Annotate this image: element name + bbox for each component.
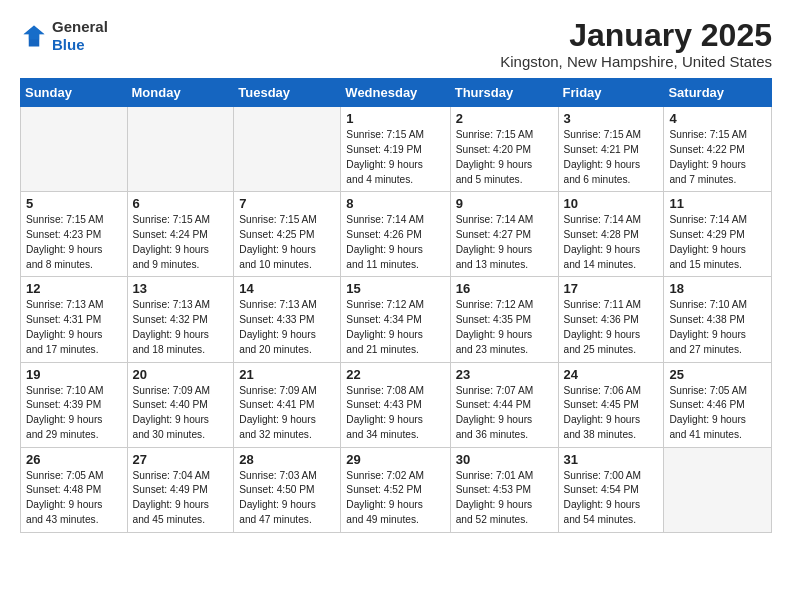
day-number: 22 [346, 367, 444, 382]
calendar-cell: 3Sunrise: 7:15 AMSunset: 4:21 PMDaylight… [558, 107, 664, 192]
day-number: 18 [669, 281, 766, 296]
calendar-cell: 8Sunrise: 7:14 AMSunset: 4:26 PMDaylight… [341, 192, 450, 277]
calendar-table: SundayMondayTuesdayWednesdayThursdayFrid… [20, 78, 772, 533]
calendar-week-row: 5Sunrise: 7:15 AMSunset: 4:23 PMDaylight… [21, 192, 772, 277]
day-info: Sunrise: 7:09 AMSunset: 4:40 PMDaylight:… [133, 384, 229, 443]
day-info: Sunrise: 7:15 AMSunset: 4:23 PMDaylight:… [26, 213, 122, 272]
calendar-cell: 1Sunrise: 7:15 AMSunset: 4:19 PMDaylight… [341, 107, 450, 192]
logo-icon [20, 22, 48, 50]
day-number: 25 [669, 367, 766, 382]
calendar-cell: 20Sunrise: 7:09 AMSunset: 4:40 PMDayligh… [127, 362, 234, 447]
calendar-cell: 18Sunrise: 7:10 AMSunset: 4:38 PMDayligh… [664, 277, 772, 362]
calendar-page: General Blue January 2025 Kingston, New … [0, 0, 792, 543]
svg-marker-1 [24, 26, 45, 40]
day-info: Sunrise: 7:14 AMSunset: 4:28 PMDaylight:… [564, 213, 659, 272]
day-info: Sunrise: 7:05 AMSunset: 4:48 PMDaylight:… [26, 469, 122, 528]
day-number: 24 [564, 367, 659, 382]
day-number: 30 [456, 452, 553, 467]
calendar-cell: 10Sunrise: 7:14 AMSunset: 4:28 PMDayligh… [558, 192, 664, 277]
calendar-cell: 22Sunrise: 7:08 AMSunset: 4:43 PMDayligh… [341, 362, 450, 447]
weekday-header: Saturday [664, 79, 772, 107]
day-number: 16 [456, 281, 553, 296]
weekday-header-row: SundayMondayTuesdayWednesdayThursdayFrid… [21, 79, 772, 107]
calendar-cell: 24Sunrise: 7:06 AMSunset: 4:45 PMDayligh… [558, 362, 664, 447]
day-number: 12 [26, 281, 122, 296]
calendar-cell: 15Sunrise: 7:12 AMSunset: 4:34 PMDayligh… [341, 277, 450, 362]
weekday-header: Sunday [21, 79, 128, 107]
day-number: 23 [456, 367, 553, 382]
calendar-cell: 19Sunrise: 7:10 AMSunset: 4:39 PMDayligh… [21, 362, 128, 447]
day-number: 26 [26, 452, 122, 467]
day-number: 6 [133, 196, 229, 211]
day-info: Sunrise: 7:09 AMSunset: 4:41 PMDaylight:… [239, 384, 335, 443]
day-number: 17 [564, 281, 659, 296]
calendar-cell [21, 107, 128, 192]
location: Kingston, New Hampshire, United States [500, 53, 772, 70]
calendar-cell: 2Sunrise: 7:15 AMSunset: 4:20 PMDaylight… [450, 107, 558, 192]
day-number: 5 [26, 196, 122, 211]
day-info: Sunrise: 7:12 AMSunset: 4:34 PMDaylight:… [346, 298, 444, 357]
weekday-header: Monday [127, 79, 234, 107]
calendar-cell: 21Sunrise: 7:09 AMSunset: 4:41 PMDayligh… [234, 362, 341, 447]
calendar-cell: 5Sunrise: 7:15 AMSunset: 4:23 PMDaylight… [21, 192, 128, 277]
calendar-cell: 6Sunrise: 7:15 AMSunset: 4:24 PMDaylight… [127, 192, 234, 277]
day-number: 27 [133, 452, 229, 467]
day-info: Sunrise: 7:14 AMSunset: 4:26 PMDaylight:… [346, 213, 444, 272]
day-number: 20 [133, 367, 229, 382]
day-number: 13 [133, 281, 229, 296]
day-info: Sunrise: 7:15 AMSunset: 4:22 PMDaylight:… [669, 128, 766, 187]
calendar-cell: 7Sunrise: 7:15 AMSunset: 4:25 PMDaylight… [234, 192, 341, 277]
day-info: Sunrise: 7:07 AMSunset: 4:44 PMDaylight:… [456, 384, 553, 443]
day-info: Sunrise: 7:15 AMSunset: 4:21 PMDaylight:… [564, 128, 659, 187]
calendar-cell: 25Sunrise: 7:05 AMSunset: 4:46 PMDayligh… [664, 362, 772, 447]
day-info: Sunrise: 7:05 AMSunset: 4:46 PMDaylight:… [669, 384, 766, 443]
calendar-cell: 9Sunrise: 7:14 AMSunset: 4:27 PMDaylight… [450, 192, 558, 277]
day-info: Sunrise: 7:01 AMSunset: 4:53 PMDaylight:… [456, 469, 553, 528]
calendar-cell: 26Sunrise: 7:05 AMSunset: 4:48 PMDayligh… [21, 447, 128, 532]
day-number: 3 [564, 111, 659, 126]
day-info: Sunrise: 7:08 AMSunset: 4:43 PMDaylight:… [346, 384, 444, 443]
day-info: Sunrise: 7:10 AMSunset: 4:38 PMDaylight:… [669, 298, 766, 357]
day-info: Sunrise: 7:00 AMSunset: 4:54 PMDaylight:… [564, 469, 659, 528]
calendar-cell: 14Sunrise: 7:13 AMSunset: 4:33 PMDayligh… [234, 277, 341, 362]
day-info: Sunrise: 7:10 AMSunset: 4:39 PMDaylight:… [26, 384, 122, 443]
calendar-cell: 16Sunrise: 7:12 AMSunset: 4:35 PMDayligh… [450, 277, 558, 362]
day-number: 19 [26, 367, 122, 382]
day-number: 1 [346, 111, 444, 126]
calendar-cell: 30Sunrise: 7:01 AMSunset: 4:53 PMDayligh… [450, 447, 558, 532]
calendar-cell: 29Sunrise: 7:02 AMSunset: 4:52 PMDayligh… [341, 447, 450, 532]
calendar-cell: 23Sunrise: 7:07 AMSunset: 4:44 PMDayligh… [450, 362, 558, 447]
day-number: 28 [239, 452, 335, 467]
day-number: 21 [239, 367, 335, 382]
calendar-cell: 17Sunrise: 7:11 AMSunset: 4:36 PMDayligh… [558, 277, 664, 362]
logo-text: General Blue [52, 18, 108, 54]
day-info: Sunrise: 7:13 AMSunset: 4:31 PMDaylight:… [26, 298, 122, 357]
day-number: 14 [239, 281, 335, 296]
day-info: Sunrise: 7:06 AMSunset: 4:45 PMDaylight:… [564, 384, 659, 443]
day-number: 9 [456, 196, 553, 211]
day-info: Sunrise: 7:03 AMSunset: 4:50 PMDaylight:… [239, 469, 335, 528]
day-info: Sunrise: 7:02 AMSunset: 4:52 PMDaylight:… [346, 469, 444, 528]
calendar-week-row: 19Sunrise: 7:10 AMSunset: 4:39 PMDayligh… [21, 362, 772, 447]
weekday-header: Tuesday [234, 79, 341, 107]
day-number: 10 [564, 196, 659, 211]
month-title: January 2025 [500, 18, 772, 53]
weekday-header: Wednesday [341, 79, 450, 107]
calendar-cell: 27Sunrise: 7:04 AMSunset: 4:49 PMDayligh… [127, 447, 234, 532]
logo: General Blue [20, 18, 108, 54]
calendar-cell: 11Sunrise: 7:14 AMSunset: 4:29 PMDayligh… [664, 192, 772, 277]
day-info: Sunrise: 7:13 AMSunset: 4:32 PMDaylight:… [133, 298, 229, 357]
day-info: Sunrise: 7:11 AMSunset: 4:36 PMDaylight:… [564, 298, 659, 357]
calendar-week-row: 12Sunrise: 7:13 AMSunset: 4:31 PMDayligh… [21, 277, 772, 362]
calendar-cell: 13Sunrise: 7:13 AMSunset: 4:32 PMDayligh… [127, 277, 234, 362]
header: General Blue January 2025 Kingston, New … [20, 18, 772, 70]
weekday-header: Friday [558, 79, 664, 107]
day-number: 4 [669, 111, 766, 126]
calendar-cell: 12Sunrise: 7:13 AMSunset: 4:31 PMDayligh… [21, 277, 128, 362]
logo-blue-text: Blue [52, 36, 85, 53]
day-info: Sunrise: 7:15 AMSunset: 4:19 PMDaylight:… [346, 128, 444, 187]
day-number: 2 [456, 111, 553, 126]
logo-general-text: General [52, 18, 108, 35]
calendar-week-row: 26Sunrise: 7:05 AMSunset: 4:48 PMDayligh… [21, 447, 772, 532]
weekday-header: Thursday [450, 79, 558, 107]
